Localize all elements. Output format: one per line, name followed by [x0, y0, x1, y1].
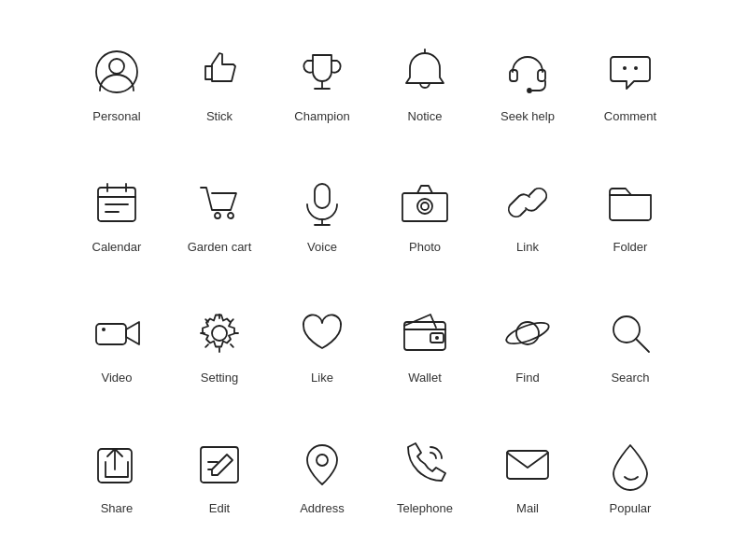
share-label: Share	[101, 501, 134, 516]
comment-label: Comment	[604, 109, 656, 124]
svg-point-30	[504, 318, 552, 347]
notice-icon	[397, 44, 453, 100]
garden-cart-item[interactable]: Garden cart	[168, 175, 271, 255]
notice-item[interactable]: Notice	[374, 44, 476, 124]
mail-label: Mail	[516, 501, 539, 516]
champion-label: Champion	[294, 109, 349, 124]
share-icon	[89, 436, 145, 492]
svg-rect-35	[201, 447, 238, 483]
edit-icon	[191, 436, 247, 492]
video-icon	[89, 305, 145, 361]
personal-item[interactable]: Personal	[65, 44, 168, 124]
popular-item[interactable]: Popular	[579, 436, 682, 516]
photo-icon	[397, 175, 453, 231]
popular-icon	[602, 436, 658, 492]
address-item[interactable]: Address	[271, 436, 374, 516]
garden-cart-label: Garden cart	[188, 240, 252, 255]
search-icon	[602, 305, 658, 361]
like-icon	[294, 305, 350, 361]
telephone-icon	[397, 436, 453, 492]
find-label: Find	[515, 371, 539, 385]
voice-icon	[294, 175, 350, 231]
svg-point-7	[528, 89, 531, 92]
setting-icon	[191, 305, 247, 361]
link-item[interactable]: Link	[476, 175, 579, 255]
edit-item[interactable]: Edit	[168, 436, 271, 516]
svg-rect-5	[510, 70, 517, 81]
edit-label: Edit	[209, 501, 230, 516]
link-icon	[500, 175, 556, 231]
seek-help-icon	[500, 44, 556, 100]
svg-point-28	[435, 336, 439, 340]
search-item[interactable]: Search	[579, 305, 682, 385]
svg-point-0	[96, 51, 137, 92]
svg-point-24	[102, 328, 106, 331]
search-label: Search	[611, 371, 649, 385]
seek-help-item[interactable]: Seek help	[476, 44, 579, 124]
voice-label: Voice	[307, 240, 337, 255]
folder-item[interactable]: Folder	[579, 175, 682, 255]
svg-point-21	[417, 199, 432, 214]
share-item[interactable]: Share	[65, 436, 168, 516]
svg-rect-6	[538, 70, 545, 81]
address-label: Address	[300, 501, 345, 516]
svg-rect-18	[315, 184, 330, 208]
setting-item[interactable]: Setting	[168, 305, 271, 385]
photo-label: Photo	[409, 240, 441, 255]
comment-icon	[602, 44, 658, 100]
champion-item[interactable]: Champion	[271, 44, 374, 124]
calendar-label: Calendar	[92, 240, 142, 255]
stick-label: Stick	[206, 109, 233, 124]
svg-point-8	[623, 66, 627, 70]
garden-cart-icon	[191, 175, 247, 231]
video-label: Video	[101, 371, 132, 385]
photo-item[interactable]: Photo	[374, 175, 476, 255]
like-item[interactable]: Like	[271, 305, 374, 385]
wallet-item[interactable]: Wallet	[374, 305, 476, 385]
wallet-icon	[397, 305, 453, 361]
personal-label: Personal	[92, 109, 140, 124]
svg-point-25	[212, 326, 227, 341]
stick-item[interactable]: Stick	[168, 44, 271, 124]
wallet-label: Wallet	[408, 371, 442, 385]
svg-rect-26	[404, 322, 445, 350]
svg-rect-39	[507, 451, 548, 479]
comment-item[interactable]: Comment	[579, 44, 682, 124]
voice-item[interactable]: Voice	[271, 175, 374, 255]
setting-label: Setting	[201, 371, 238, 385]
folder-icon	[602, 175, 658, 231]
folder-label: Folder	[613, 240, 648, 255]
mail-icon	[500, 436, 556, 492]
telephone-item[interactable]: Telephone	[374, 436, 476, 516]
like-label: Like	[311, 371, 333, 385]
telephone-label: Telephone	[397, 501, 453, 516]
calendar-icon	[89, 175, 145, 231]
champion-icon	[294, 44, 350, 100]
svg-point-38	[317, 455, 328, 466]
svg-point-9	[634, 66, 638, 70]
calendar-item[interactable]: Calendar	[65, 175, 168, 255]
find-item[interactable]: Find	[476, 305, 579, 385]
find-icon	[500, 305, 556, 361]
seek-help-label: Seek help	[500, 109, 555, 124]
svg-rect-23	[96, 324, 126, 344]
svg-point-16	[215, 213, 220, 218]
svg-point-1	[109, 59, 124, 74]
icon-grid: Personal Stick Champion Notice	[65, 23, 682, 537]
personal-icon	[89, 44, 145, 100]
svg-line-32	[636, 339, 649, 352]
stick-icon	[191, 44, 247, 100]
link-label: Link	[516, 240, 539, 255]
svg-point-17	[228, 213, 233, 218]
svg-point-22	[421, 203, 429, 210]
address-icon	[294, 436, 350, 492]
video-item[interactable]: Video	[65, 305, 168, 385]
popular-label: Popular	[610, 501, 652, 516]
notice-label: Notice	[408, 109, 443, 124]
mail-item[interactable]: Mail	[476, 436, 579, 516]
